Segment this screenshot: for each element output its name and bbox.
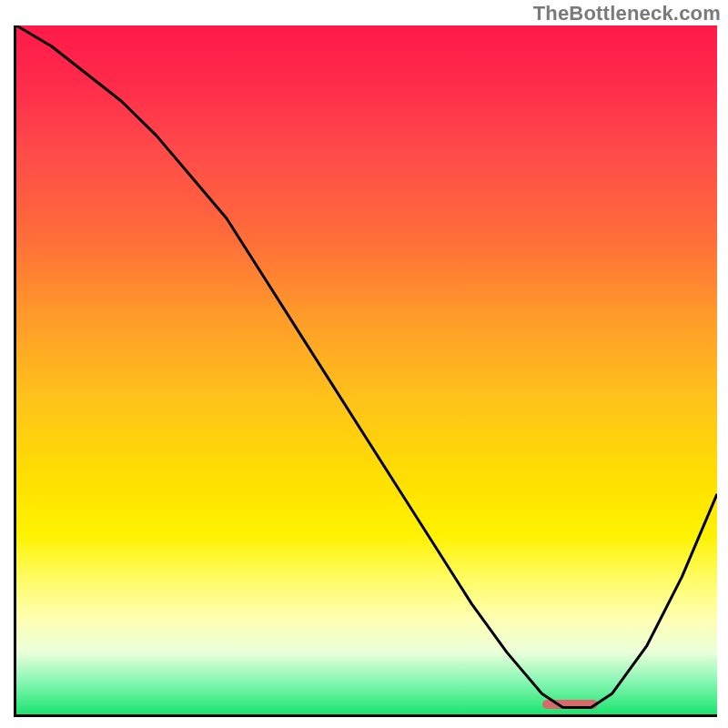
plot-area — [14, 25, 717, 717]
watermark-text: TheBottleneck.com — [533, 2, 721, 25]
bottleneck-curve — [16, 25, 717, 707]
curve-layer — [16, 25, 717, 714]
chart-container: TheBottleneck.com — [0, 0, 728, 728]
